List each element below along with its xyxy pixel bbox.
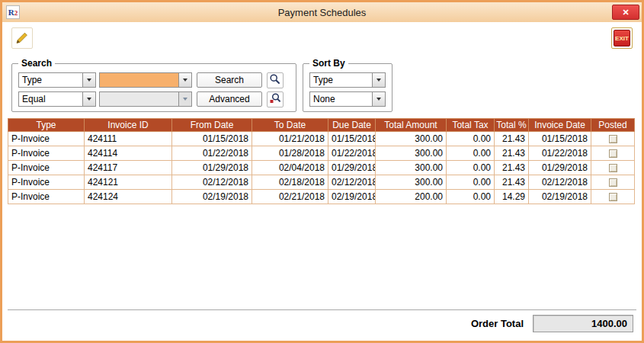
table-cell <box>591 132 635 146</box>
app-logo-2: 2 <box>14 9 18 17</box>
column-header-total-tax[interactable]: Total Tax <box>447 119 495 132</box>
table-cell: 200.00 <box>376 190 447 204</box>
pencil-icon <box>14 30 30 47</box>
table-cell: 424114 <box>85 146 172 161</box>
chevron-down-icon <box>178 92 191 106</box>
advanced-button[interactable]: Advanced <box>197 91 262 107</box>
order-total-label: Order Total <box>471 318 524 329</box>
posted-checkbox[interactable] <box>609 193 617 201</box>
table-cell: 01/29/2018 <box>529 161 591 175</box>
table-cell: 0.00 <box>447 161 495 175</box>
sortby-first-value: Type <box>310 73 372 87</box>
table-cell: 02/12/2018 <box>529 175 591 190</box>
column-header-total-[interactable]: Total % <box>495 119 529 132</box>
table-cell <box>591 161 635 175</box>
table-row[interactable]: P-Invoice42411401/22/201801/28/201801/22… <box>8 146 635 161</box>
exit-button[interactable]: EXIT <box>611 27 633 49</box>
table-cell: 21.43 <box>495 132 529 146</box>
column-header-from-date[interactable]: From Date <box>172 119 252 132</box>
table-cell: 424124 <box>85 190 172 204</box>
table-cell <box>591 190 635 204</box>
table-cell: 01/21/2018 <box>252 132 328 146</box>
column-header-total-amount[interactable]: Total Amount <box>376 119 447 132</box>
search-groupbox: Search Type Search Equal <box>11 63 296 112</box>
column-header-due-date[interactable]: Due Date <box>328 119 376 132</box>
table-cell: 300.00 <box>376 175 447 190</box>
search-criteria-select[interactable] <box>99 72 192 88</box>
table-cell: 01/22/2018 <box>172 146 252 161</box>
chevron-down-icon[interactable] <box>178 73 191 87</box>
table-cell: 0.00 <box>447 175 495 190</box>
table-cell: P-Invoice <box>8 146 85 161</box>
table-cell: 02/19/2018 <box>328 190 376 204</box>
table-cell: 0.00 <box>447 190 495 204</box>
posted-checkbox[interactable] <box>609 178 617 187</box>
table-cell: P-Invoice <box>8 161 85 175</box>
search-criteria2-value <box>100 92 178 106</box>
chevron-down-icon[interactable] <box>82 92 95 106</box>
table-cell: 02/12/2018 <box>172 175 252 190</box>
table-cell: 424117 <box>85 161 172 175</box>
close-icon: ✕ <box>622 8 629 18</box>
table-cell: 21.43 <box>495 146 529 161</box>
sortby-second-value: None <box>310 92 372 106</box>
window-title: Payment Schedules <box>2 7 642 18</box>
column-header-posted[interactable]: Posted <box>591 119 635 132</box>
table-header-row: TypeInvoice IDFrom DateTo DateDue DateTo… <box>8 119 635 132</box>
app-logo-r: R <box>8 8 14 17</box>
search-legend: Search <box>18 58 55 69</box>
column-header-invoice-date[interactable]: Invoice Date <box>529 119 591 132</box>
chevron-down-icon[interactable] <box>372 92 385 106</box>
chevron-down-icon[interactable] <box>372 73 385 87</box>
column-header-to-date[interactable]: To Date <box>252 119 328 132</box>
table-cell <box>591 146 635 161</box>
table-cell: 02/19/2018 <box>172 190 252 204</box>
table-cell: 300.00 <box>376 132 447 146</box>
table-cell: 01/22/2018 <box>529 146 591 161</box>
table-cell: 02/04/2018 <box>252 161 328 175</box>
advanced-search-button[interactable] <box>267 91 284 107</box>
table-cell: 02/18/2018 <box>252 175 328 190</box>
table-cell: 01/28/2018 <box>252 146 328 161</box>
edit-button[interactable] <box>11 27 33 49</box>
chevron-down-icon[interactable] <box>82 73 95 87</box>
column-header-invoice-id[interactable]: Invoice ID <box>85 119 172 132</box>
search-magnifier-button[interactable] <box>267 72 284 88</box>
footer: Order Total 1400.00 <box>8 309 636 337</box>
posted-checkbox[interactable] <box>609 164 617 172</box>
table-cell: 21.43 <box>495 161 529 175</box>
payment-schedules-table: TypeInvoice IDFrom DateTo DateDue DateTo… <box>8 118 635 204</box>
table-cell: 300.00 <box>376 161 447 175</box>
table-cell: 0.00 <box>447 146 495 161</box>
search-field-select[interactable]: Type <box>18 72 96 88</box>
search-button[interactable]: Search <box>197 72 262 88</box>
sortby-first-select[interactable]: Type <box>309 72 386 88</box>
order-total-value: 1400.00 <box>533 315 633 332</box>
table-cell: 01/22/2018 <box>328 146 376 161</box>
table-row[interactable]: P-Invoice42412402/19/201802/21/201802/19… <box>8 190 635 204</box>
table-cell: 01/15/2018 <box>328 132 376 146</box>
search-operator-select[interactable]: Equal <box>18 91 96 107</box>
table-cell: 02/21/2018 <box>252 190 328 204</box>
table-cell: 02/12/2018 <box>328 175 376 190</box>
posted-checkbox[interactable] <box>609 135 617 143</box>
sortby-legend: Sort By <box>309 58 348 69</box>
sortby-second-select[interactable]: None <box>309 91 386 107</box>
table-cell: 14.29 <box>495 190 529 204</box>
window-content: EXIT Search Type Search <box>2 22 642 341</box>
table-cell: 424121 <box>85 175 172 190</box>
table-row[interactable]: P-Invoice42412102/12/201802/18/201802/12… <box>8 175 635 190</box>
table-cell: P-Invoice <box>8 190 85 204</box>
close-button[interactable]: ✕ <box>612 5 639 20</box>
advanced-search-icon <box>269 92 281 107</box>
posted-checkbox[interactable] <box>609 149 617 158</box>
table-cell: 424111 <box>85 132 172 146</box>
table-cell: 0.00 <box>447 132 495 146</box>
table-cell: 01/29/2018 <box>328 161 376 175</box>
search-operator-value: Equal <box>19 92 82 106</box>
table-cell: 21.43 <box>495 175 529 190</box>
table-row[interactable]: P-Invoice42411101/15/201801/21/201801/15… <box>8 132 635 146</box>
titlebar: R2 Payment Schedules ✕ <box>2 2 642 22</box>
table-row[interactable]: P-Invoice42411701/29/201802/04/201801/29… <box>8 161 635 175</box>
column-header-type[interactable]: Type <box>8 119 85 132</box>
